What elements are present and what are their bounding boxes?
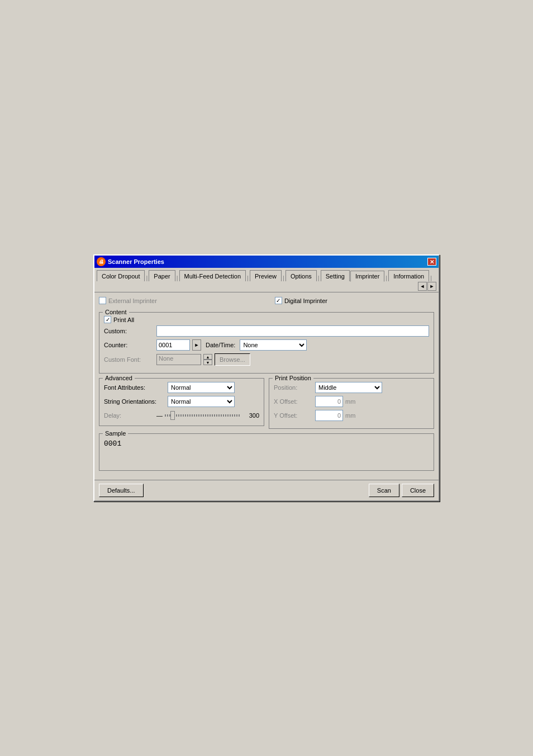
sample-group: Sample 0001 [99,433,434,471]
content-group: Content Print All Custom: Counter: ► Dat… [99,312,434,374]
advanced-group: Advanced Font Attributes: Normal Bold It… [99,378,264,426]
advanced-col: Advanced Font Attributes: Normal Bold It… [99,378,264,433]
print-all-checkbox[interactable] [104,316,111,323]
font-arrows: ▲ ▼ [203,354,212,365]
custom-font-row: Custom Font: None ▲ ▼ Browse... [104,353,429,366]
counter-input[interactable] [156,339,190,351]
print-all-label: Print All [113,316,134,323]
tab-nav-arrows: ◄ ► [418,282,436,292]
app-icon: 🖨 [97,257,106,266]
tab-paper[interactable]: Paper [149,270,175,281]
close-button[interactable]: Close [402,484,434,497]
tab-nav-left[interactable]: ◄ [418,282,427,291]
font-attributes-label: Font Attributes: [104,384,165,391]
sample-value: 0001 [104,440,429,448]
date-time-label: Date/Time: [206,342,235,348]
digital-imprinter-label: Digital Imprinter [284,297,327,304]
delay-slider-container [165,410,240,421]
external-imprinter-row: External Imprinter [99,297,157,304]
sample-title: Sample [103,430,128,437]
date-time-select[interactable]: None Date Time Date/Time [240,339,307,351]
font-arrow-up[interactable]: ▲ [203,354,212,360]
browse-button[interactable]: Browse... [215,353,250,366]
digital-imprinter-checkbox[interactable] [275,297,282,304]
print-all-row: Print All [104,316,429,323]
custom-label: Custom: [104,328,154,334]
external-imprinter-label: External Imprinter [108,297,157,304]
position-label: Position: [274,384,313,391]
y-offset-row: Y Offset: mm [274,410,429,421]
advanced-print-position-row: Advanced Font Attributes: Normal Bold It… [99,378,434,433]
advanced-group-title: Advanced [103,375,135,381]
tab-imprinter[interactable]: Imprinter [350,271,384,282]
window-title: Scanner Properties [108,258,164,265]
string-orientations-row: String Orientations: Normal Vertical Rot… [104,396,259,407]
delay-min-dash: — [156,412,163,419]
counter-arrow-btn[interactable]: ► [192,339,201,351]
tab-options[interactable]: Options [285,270,317,281]
bottom-bar: Defaults... Scan Close [94,480,439,500]
tab-nav-right[interactable]: ► [427,282,436,291]
x-offset-row: X Offset: mm [274,396,429,407]
string-orientations-label: String Orientations: [104,398,165,405]
delay-slider-thumb[interactable] [170,411,175,420]
y-offset-label: Y Offset: [274,412,313,419]
print-position-title: Print Position [273,375,313,381]
delay-label: Delay: [104,412,154,419]
delay-row: Delay: — 300 [104,410,259,421]
font-attributes-select[interactable]: Normal Bold Italic [168,382,235,393]
main-content: External Imprinter Digital Imprinter Con… [94,292,439,480]
digital-imprinter-row: Digital Imprinter [168,297,434,304]
print-position-col: Print Position Position: Middle Top Bott… [269,378,434,433]
tab-color-dropout[interactable]: Color Dropout [97,270,145,281]
y-offset-input[interactable] [315,410,343,421]
font-display: None [156,354,201,365]
content-group-title: Content [103,309,129,315]
delay-value: 300 [242,412,259,419]
x-offset-input[interactable] [315,396,343,407]
font-arrow-down[interactable]: ▼ [203,360,212,365]
custom-row: Custom: [104,325,429,337]
tab-multi-feed[interactable]: Multi-Feed Detection [179,270,246,281]
custom-font-label: Custom Font: [104,356,154,363]
defaults-button[interactable]: Defaults... [99,484,144,497]
tab-preview[interactable]: Preview [250,270,282,281]
tab-setting[interactable]: Setting [321,270,350,281]
close-window-button[interactable]: ✕ [427,258,436,266]
scan-button[interactable]: Scan [369,484,399,497]
tab-bar: Color Dropout | Paper | Multi-Feed Detec… [94,268,439,292]
custom-input[interactable] [156,325,429,337]
delay-slider-track [165,414,240,417]
y-offset-unit: mm [345,412,355,419]
x-offset-label: X Offset: [274,398,313,405]
counter-row: Counter: ► Date/Time: None Date Time Dat… [104,339,429,351]
external-imprinter-checkbox[interactable] [99,297,106,304]
position-select[interactable]: Middle Top Bottom [315,382,382,393]
tab-information[interactable]: Information [388,270,429,281]
counter-label: Counter: [104,342,154,348]
title-bar: 🖨 Scanner Properties ✕ [94,256,439,268]
font-attributes-row: Font Attributes: Normal Bold Italic [104,382,259,393]
print-position-group: Print Position Position: Middle Top Bott… [269,378,434,429]
position-row: Position: Middle Top Bottom [274,382,429,393]
scanner-properties-window: 🖨 Scanner Properties ✕ Color Dropout | P… [93,254,440,502]
string-orientations-select[interactable]: Normal Vertical Rotated [168,396,235,407]
x-offset-unit: mm [345,398,355,405]
